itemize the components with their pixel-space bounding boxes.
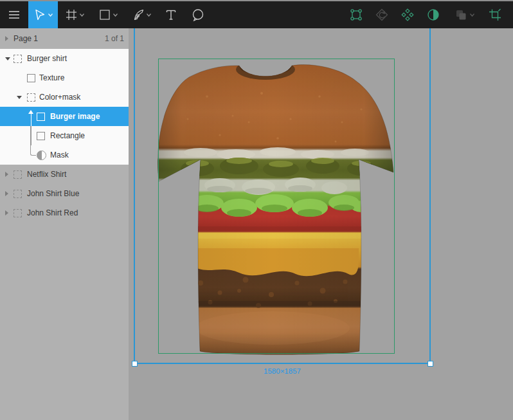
- comment-tool-button[interactable]: [184, 1, 212, 28]
- edit-object-icon: [349, 8, 363, 22]
- frame-layer-icon: [27, 93, 35, 102]
- chevron-down-icon: [113, 14, 118, 17]
- caret-down-icon[interactable]: [17, 96, 22, 99]
- toolbar: [0, 0, 513, 28]
- use-as-mask-button[interactable]: [420, 1, 446, 28]
- layer-label: Rectangle: [50, 131, 85, 140]
- reset-instance-button: [369, 1, 395, 28]
- layers-panel: Page 1 1 of 1 Burger shirt Texture Color…: [0, 28, 129, 420]
- component-icon: [401, 8, 415, 22]
- hamburger-icon: [8, 10, 20, 19]
- rectangle-layer-icon: [37, 113, 45, 121]
- toolbar-left-group: [0, 1, 212, 28]
- edit-object-button[interactable]: [343, 1, 369, 28]
- page-count: 1 of 1: [105, 34, 124, 43]
- frame-layer-icon: [14, 170, 22, 179]
- crop-icon: [488, 8, 502, 22]
- text-tool-button[interactable]: [158, 1, 184, 28]
- caret-right-icon[interactable]: [5, 172, 8, 177]
- layer-row-netflix-shirt[interactable]: Netflix Shirt: [0, 165, 129, 184]
- layer-label: Burger shirt: [27, 54, 67, 63]
- caret-right-icon[interactable]: [5, 191, 8, 196]
- layer-row-color-mask[interactable]: Color+mask: [0, 87, 129, 107]
- frame-icon: [65, 8, 78, 21]
- resize-handle-bottom-left[interactable]: [132, 361, 138, 367]
- layer-label: John Shirt Red: [27, 208, 78, 217]
- frame-selection-left-edge: [134, 28, 135, 363]
- frame-selection-right-edge: [429, 28, 431, 363]
- frame-selection-bottom-edge: [134, 363, 431, 364]
- move-tool-button[interactable]: [28, 1, 58, 28]
- page-collapse-caret-icon[interactable]: [5, 36, 8, 41]
- frame-tool-button[interactable]: [58, 1, 91, 28]
- chevron-down-icon: [147, 14, 151, 17]
- mask-layer-icon: [37, 151, 46, 160]
- create-component-button[interactable]: [395, 1, 420, 28]
- speech-bubble-icon: [191, 8, 205, 22]
- caret-down-icon[interactable]: [5, 57, 10, 60]
- layer-label: Texture: [39, 73, 64, 82]
- expanded-frame-section: Burger shirt Texture Color+mask Burger i…: [0, 49, 129, 165]
- page-title: Page 1: [14, 34, 38, 43]
- boolean-icon: [454, 8, 468, 22]
- layer-row-burger-image[interactable]: Burger image: [0, 107, 129, 126]
- pen-tool-button[interactable]: [125, 1, 158, 28]
- frame-layer-icon: [14, 190, 22, 198]
- rectangle-layer-icon: [27, 74, 35, 82]
- caret-right-icon[interactable]: [5, 210, 8, 215]
- resize-handle-bottom-right[interactable]: [428, 361, 433, 367]
- text-icon: [165, 8, 177, 21]
- chevron-down-icon: [48, 14, 53, 17]
- pen-icon: [132, 8, 145, 21]
- layer-row-texture[interactable]: Texture: [0, 68, 129, 87]
- rectangle-icon: [98, 8, 111, 21]
- toolbar-right-group: [343, 1, 508, 28]
- burger-shirt-image[interactable]: [149, 58, 396, 356]
- mask-chain-elbow: [30, 145, 36, 156]
- selection-dimensions-label: 1580×1857: [134, 367, 431, 375]
- page-header[interactable]: Page 1 1 of 1: [0, 28, 129, 49]
- layer-row-rectangle[interactable]: Rectangle: [0, 126, 129, 145]
- frame-layer-icon: [14, 55, 22, 63]
- chevron-down-icon: [80, 14, 84, 17]
- mask-chain-arrow-icon: [28, 110, 34, 126]
- layer-row-mask[interactable]: Mask: [0, 145, 129, 165]
- cursor-icon: [33, 8, 46, 21]
- mask-icon: [426, 8, 440, 22]
- layer-row-john-shirt-red[interactable]: John Shirt Red: [0, 203, 129, 223]
- layer-label: Color+mask: [39, 93, 80, 102]
- chevron-down-icon: [470, 14, 474, 17]
- layer-row-burger-shirt[interactable]: Burger shirt: [0, 49, 129, 68]
- menu-button[interactable]: [0, 1, 28, 28]
- shape-tool-button[interactable]: [91, 1, 125, 28]
- mask-chain-line: [30, 126, 32, 145]
- layer-label: Burger image: [50, 112, 100, 121]
- layer-row-john-shirt-blue[interactable]: John Shirt Blue: [0, 184, 129, 203]
- frame-layer-icon: [14, 209, 22, 217]
- layer-label: John Shirt Blue: [27, 189, 79, 198]
- rectangle-layer-icon: [37, 132, 45, 140]
- layer-label: Mask: [50, 151, 69, 160]
- reset-instance-icon: [375, 8, 389, 22]
- canvas[interactable]: 1580×1857: [129, 28, 513, 420]
- layer-label: Netflix Shirt: [27, 170, 66, 179]
- crop-image-button[interactable]: [482, 1, 508, 28]
- boolean-groups-button: [446, 1, 482, 28]
